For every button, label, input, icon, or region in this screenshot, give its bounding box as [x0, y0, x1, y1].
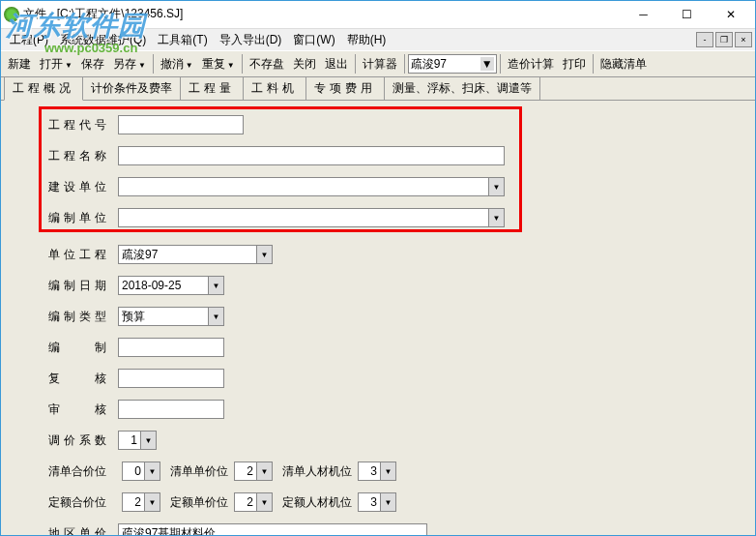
- compiler-label: 编制: [48, 340, 106, 356]
- list-unit-pos-combo[interactable]: 2▼: [234, 462, 273, 481]
- tab-project-overview[interactable]: 工程概况: [4, 76, 83, 101]
- compile-date-label: 编制日期: [48, 278, 106, 294]
- compile-date-picker[interactable]: 2018-09-25 ▼: [118, 276, 224, 295]
- quota-total-pos-combo[interactable]: 2▼: [122, 492, 160, 512]
- quota-combo-value: 疏浚97: [411, 56, 479, 73]
- compile-date-value: 2018-09-25: [119, 279, 208, 292]
- region-price-combo[interactable]: 疏浚97基期材料价: [118, 523, 427, 536]
- adjust-coef-combo[interactable]: 1 ▼: [118, 431, 157, 450]
- chevron-down-icon: ▼: [144, 493, 160, 511]
- compile-type-value: 预算: [119, 309, 208, 325]
- menubar: 工程(P) 系统数据维护(Q) 工具箱(T) 导入导出(D) 窗口(W) 帮助(…: [0, 29, 756, 50]
- tab-special-cost[interactable]: 专项费用: [305, 76, 385, 100]
- reviewer-input[interactable]: [118, 369, 224, 388]
- tab-quantity[interactable]: 工程量: [180, 76, 244, 100]
- chevron-down-icon: ▼: [144, 462, 160, 480]
- close-button[interactable]: ✕: [709, 1, 752, 28]
- separator: [355, 54, 356, 74]
- chevron-down-icon: ▼: [256, 462, 272, 480]
- build-unit-combo[interactable]: ▼: [118, 177, 505, 196]
- separator: [404, 54, 405, 74]
- calculator-button[interactable]: 计算器: [359, 54, 401, 74]
- save-button[interactable]: 保存: [77, 54, 108, 74]
- child-close-button[interactable]: ×: [735, 32, 752, 47]
- proj-code-input[interactable]: [118, 115, 244, 134]
- proj-name-label: 工程名称: [48, 148, 106, 164]
- chevron-down-icon: ▼: [227, 61, 235, 70]
- chevron-down-icon: ▼: [65, 61, 73, 70]
- open-button[interactable]: 打开▼: [36, 54, 76, 74]
- compiler-input[interactable]: [118, 338, 224, 357]
- chevron-down-icon: ▼: [380, 493, 395, 511]
- hide-list-button[interactable]: 隐藏清单: [596, 54, 651, 74]
- menu-project[interactable]: 工程(P): [4, 30, 54, 50]
- maximize-button[interactable]: ☐: [665, 1, 709, 28]
- auditor-input[interactable]: [118, 400, 224, 419]
- menu-sysdata[interactable]: 系统数据维护(Q): [54, 30, 152, 50]
- toolbar: 新建 打开▼ 保存 另存▼ 撤消▼ 重复▼ 不存盘 关闭 退出 计算器 疏浚97…: [0, 50, 756, 77]
- tab-material[interactable]: 工料机: [243, 76, 306, 100]
- quota-mat-pos-label: 定额人材机位: [282, 494, 352, 511]
- separator: [153, 54, 154, 74]
- separator: [242, 54, 243, 74]
- build-unit-label: 建设单位: [48, 179, 106, 195]
- close-file-button[interactable]: 关闭: [289, 54, 320, 74]
- print-button[interactable]: 打印: [559, 54, 590, 74]
- unit-proj-label: 单位工程: [48, 247, 106, 263]
- reviewer-label: 复核: [48, 371, 106, 387]
- compile-unit-label: 编制单位: [48, 210, 106, 226]
- cost-calc-button[interactable]: 造价计算: [504, 54, 558, 74]
- region-price-label: 地区单价: [48, 525, 106, 537]
- quota-unit-pos-label: 定额单价位: [170, 494, 228, 511]
- window-title: 文件 - [C:\工程文件\123456.SJ]: [23, 6, 622, 22]
- chevron-down-icon: ▼: [186, 61, 193, 70]
- child-minimize-button[interactable]: -: [696, 32, 713, 47]
- chevron-down-icon: ▼: [488, 178, 504, 195]
- quota-total-pos-label: 定额合价位: [48, 494, 106, 511]
- chevron-down-icon: ▼: [488, 209, 504, 226]
- quota-unit-pos-combo[interactable]: 2▼: [234, 492, 273, 512]
- chevron-down-icon: ▼: [256, 246, 272, 263]
- compile-type-combo[interactable]: 预算 ▼: [118, 307, 224, 326]
- list-total-pos-label: 清单合价位: [48, 463, 106, 480]
- adjust-coef-label: 调价系数: [48, 432, 106, 449]
- chevron-down-icon: ▼: [208, 308, 223, 325]
- unit-proj-combo[interactable]: 疏浚97 ▼: [118, 245, 273, 264]
- auditor-label: 审核: [48, 402, 106, 418]
- compile-type-label: 编制类型: [48, 309, 106, 325]
- titlebar: 文件 - [C:\工程文件\123456.SJ] ─ ☐ ✕: [0, 0, 756, 29]
- app-icon: [4, 7, 19, 22]
- unit-proj-value: 疏浚97: [119, 247, 256, 263]
- chevron-down-icon: ▼: [256, 493, 272, 511]
- undo-button[interactable]: 撤消▼: [157, 54, 197, 74]
- quota-mat-pos-combo[interactable]: 3▼: [358, 492, 396, 512]
- child-restore-button[interactable]: ❐: [715, 32, 733, 47]
- adjust-coef-value: 1: [119, 433, 140, 447]
- tab-pricing-rate[interactable]: 计价条件及费率: [82, 76, 181, 100]
- new-button[interactable]: 新建: [4, 54, 35, 74]
- compile-unit-combo[interactable]: ▼: [118, 208, 505, 227]
- list-total-pos-combo[interactable]: 0▼: [122, 462, 160, 481]
- chevron-down-icon: ▼: [380, 462, 395, 480]
- saveas-button[interactable]: 另存▼: [109, 54, 150, 74]
- chevron-down-icon: ▼: [208, 277, 223, 294]
- list-mat-pos-label: 清单人材机位: [282, 463, 352, 480]
- quota-combo[interactable]: 疏浚97 ▼: [408, 54, 497, 74]
- chevron-down-icon: ▼: [138, 61, 146, 70]
- minimize-button[interactable]: ─: [622, 1, 665, 28]
- proj-name-input[interactable]: [118, 146, 505, 165]
- list-mat-pos-combo[interactable]: 3▼: [358, 462, 396, 481]
- proj-code-label: 工程代号: [48, 117, 106, 134]
- separator: [500, 54, 501, 74]
- list-unit-pos-label: 清单单价位: [170, 463, 228, 480]
- menu-window[interactable]: 窗口(W): [287, 30, 340, 50]
- redo-button[interactable]: 重复▼: [198, 54, 239, 74]
- tab-survey-etc[interactable]: 测量、浮标、扫床、调遣等: [384, 76, 540, 100]
- tabbar: 工程概况 计价条件及费率 工程量 工料机 专项费用 测量、浮标、扫床、调遣等: [0, 77, 756, 101]
- nosave-button[interactable]: 不存盘: [246, 54, 288, 74]
- menu-import-export[interactable]: 导入导出(D): [214, 30, 288, 50]
- exit-button[interactable]: 退出: [321, 54, 352, 74]
- menu-toolbox[interactable]: 工具箱(T): [152, 30, 213, 50]
- chevron-down-icon: ▼: [480, 57, 494, 71]
- menu-help[interactable]: 帮助(H): [341, 30, 393, 50]
